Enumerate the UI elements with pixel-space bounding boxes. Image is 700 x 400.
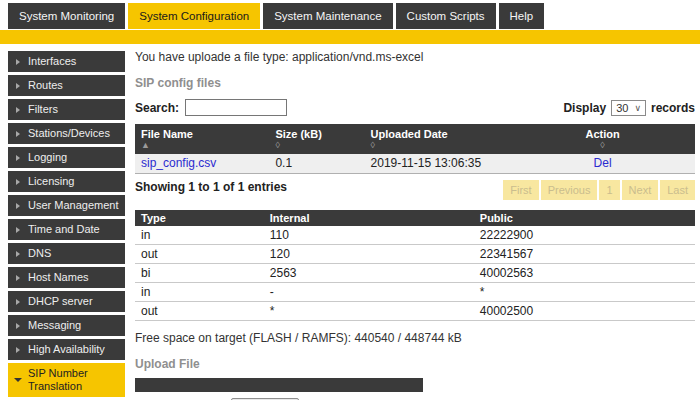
sidebar-item-label: Filters	[28, 103, 58, 115]
sidebar-item-label: Time and Date	[28, 223, 100, 235]
sidebar-item-time-and-date[interactable]: Time and Date	[8, 219, 125, 240]
public-cell: 22341567	[474, 245, 695, 264]
sidebar-item-label: Logging	[28, 151, 67, 163]
chevron-right-icon	[16, 203, 20, 209]
sort-both-icon: ◊	[516, 140, 689, 153]
display-records-group: Display 30 ∨ records	[563, 100, 695, 116]
upload-file-section: File to upload: Browse... No file select…	[135, 378, 423, 400]
file-name-cell: sip_config.csv	[135, 154, 269, 174]
chevron-right-icon	[16, 131, 20, 137]
action-cell: Del	[510, 154, 695, 174]
main-content: You have uploade a file type: applicatio…	[135, 44, 695, 400]
table-row: in - *	[135, 283, 695, 302]
tab-help[interactable]: Help	[499, 3, 545, 29]
records-label: records	[651, 101, 695, 115]
pagination-first-button[interactable]: First	[503, 180, 538, 200]
pagination-last-button[interactable]: Last	[660, 180, 695, 200]
column-header-type: Type	[135, 210, 264, 226]
files-table-header-row: File Name ▲ Size (kB) ◊ Uploaded Date ◊ …	[135, 124, 695, 154]
pagination-page-1-button[interactable]: 1	[599, 180, 619, 200]
column-header-public: Public	[474, 210, 695, 226]
sidebar-item-label: SIP Number Translation	[28, 367, 88, 392]
sidebar-item-sip-number-translation[interactable]: SIP Number Translation	[8, 363, 125, 397]
sidebar: Interfaces Routes Filters Stations/Devic…	[8, 51, 125, 400]
internal-cell: -	[264, 283, 474, 302]
sidebar-item-label: High Availability	[28, 343, 105, 355]
table-row: out 120 22341567	[135, 245, 695, 264]
table-row: bi 2563 40002563	[135, 264, 695, 283]
chevron-right-icon	[16, 323, 20, 329]
records-per-page-select[interactable]: 30 ∨	[611, 100, 646, 116]
chevron-right-icon	[16, 347, 20, 353]
type-cell: bi	[135, 264, 264, 283]
top-tab-bar: System Monitoring System Configuration S…	[8, 3, 544, 29]
sip-number-translation-table: Type Internal Public in 110 22222900 out…	[135, 210, 695, 321]
table-controls: Search: Display 30 ∨ records	[135, 99, 695, 116]
sidebar-item-user-management[interactable]: User Management	[8, 195, 125, 216]
internal-cell: *	[264, 302, 474, 321]
column-header-uploaded-date[interactable]: Uploaded Date ◊	[365, 124, 511, 154]
chevron-right-icon	[16, 275, 20, 281]
search-input[interactable]	[185, 99, 287, 116]
sidebar-item-stations-devices[interactable]: Stations/Devices	[8, 123, 125, 144]
column-header-label: Action	[585, 128, 619, 140]
type-cell: in	[135, 283, 264, 302]
free-space-text: Free space on target (FLASH / RAMFS): 44…	[135, 331, 695, 345]
sidebar-item-routes[interactable]: Routes	[8, 75, 125, 96]
type-cell: out	[135, 245, 264, 264]
column-header-label: Size (kB)	[275, 128, 321, 140]
tab-system-maintenance[interactable]: System Maintenance	[263, 3, 392, 29]
sip-config-files-title: SIP config files	[135, 76, 695, 90]
column-header-size[interactable]: Size (kB) ◊	[269, 124, 364, 154]
public-cell: 40002500	[474, 302, 695, 321]
internal-cell: 2563	[264, 264, 474, 283]
chevron-right-icon	[16, 107, 20, 113]
table-row: sip_config.csv 0.1 2019-11-15 13:06:35 D…	[135, 154, 695, 174]
uploaded-date-cell: 2019-11-15 13:06:35	[365, 154, 511, 174]
sidebar-item-logging[interactable]: Logging	[8, 147, 125, 168]
chevron-right-icon	[16, 299, 20, 305]
sidebar-item-label: Host Names	[28, 271, 89, 283]
sidebar-item-interfaces[interactable]: Interfaces	[8, 51, 125, 72]
sidebar-item-label: DNS	[28, 247, 51, 259]
pagination-previous-button[interactable]: Previous	[541, 180, 598, 200]
column-header-label: Uploaded Date	[371, 128, 448, 140]
internal-cell: 120	[264, 245, 474, 264]
sidebar-item-label: DHCP server	[28, 295, 93, 307]
upload-type-message: You have uploade a file type: applicatio…	[135, 50, 695, 64]
sort-both-icon: ◊	[371, 140, 505, 153]
sidebar-item-high-availability[interactable]: High Availability	[8, 339, 125, 360]
column-header-label: File Name	[141, 128, 193, 140]
chevron-down-icon	[14, 378, 22, 382]
search-label: Search:	[135, 101, 179, 115]
sidebar-item-licensing[interactable]: Licensing	[8, 171, 125, 192]
sidebar-item-filters[interactable]: Filters	[8, 99, 125, 120]
display-label: Display	[563, 101, 606, 115]
sidebar-item-label: Stations/Devices	[28, 127, 110, 139]
file-size-cell: 0.1	[269, 154, 364, 174]
pagination: First Previous 1 Next Last	[503, 180, 695, 200]
column-header-action[interactable]: Action ◊	[510, 124, 695, 154]
tab-system-configuration[interactable]: System Configuration	[128, 3, 260, 29]
translation-table-header-row: Type Internal Public	[135, 210, 695, 226]
showing-entries-text: Showing 1 to 1 of 1 entries	[135, 180, 287, 194]
sort-both-icon: ◊	[275, 140, 358, 153]
table-row: in 110 22222900	[135, 226, 695, 245]
delete-link[interactable]: Del	[594, 156, 612, 170]
tab-custom-scripts[interactable]: Custom Scripts	[396, 3, 496, 29]
column-header-file-name[interactable]: File Name ▲	[135, 124, 269, 154]
sidebar-item-dhcp-server[interactable]: DHCP server	[8, 291, 125, 312]
chevron-right-icon	[16, 155, 20, 161]
pagination-next-button[interactable]: Next	[622, 180, 659, 200]
file-to-upload-row: File to upload: Browse... No file select…	[135, 392, 423, 400]
sidebar-item-host-names[interactable]: Host Names	[8, 267, 125, 288]
upload-file-title: Upload File	[135, 357, 695, 371]
type-cell: in	[135, 226, 264, 245]
sidebar-item-dns[interactable]: DNS	[8, 243, 125, 264]
file-link[interactable]: sip_config.csv	[141, 156, 216, 170]
sidebar-item-label: User Management	[28, 199, 119, 211]
chevron-right-icon	[16, 83, 20, 89]
tab-system-monitoring[interactable]: System Monitoring	[8, 3, 125, 29]
sidebar-item-messaging[interactable]: Messaging	[8, 315, 125, 336]
chevron-right-icon	[16, 179, 20, 185]
